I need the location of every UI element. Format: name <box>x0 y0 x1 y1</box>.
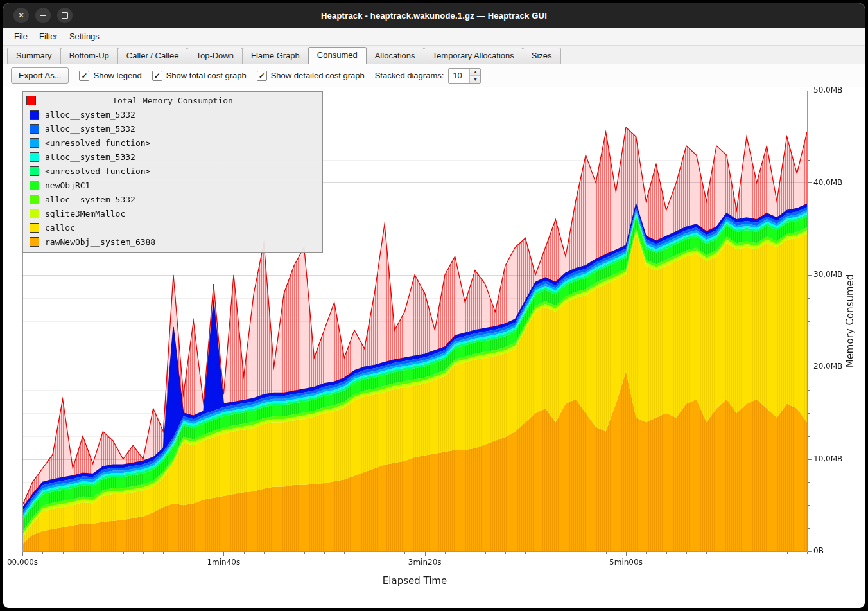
legend-title-swatch <box>26 96 36 105</box>
maximize-button[interactable] <box>57 8 73 23</box>
spin-buttons: ▲ ▼ <box>469 69 480 83</box>
checkbox-check-icon[interactable]: ✓ <box>152 71 162 81</box>
tab-flame-graph[interactable]: Flame Graph <box>242 48 309 64</box>
legend-item-label: sqlite3MemMalloc <box>45 209 125 218</box>
legend-item-label: alloc__system_5332 <box>45 152 135 162</box>
stacked-diagrams-group: Stacked diagrams: 10 ▲ ▼ <box>375 68 482 84</box>
tab-allocations[interactable]: Allocations <box>366 48 424 64</box>
legend-color-swatch <box>30 209 39 218</box>
stacked-diagrams-increment[interactable]: ▲ <box>470 69 480 76</box>
checkbox-show-detailed-cost-graph[interactable]: ✓Show detailed cost graph <box>257 71 365 81</box>
legend-item: alloc__system_5332 <box>23 150 322 164</box>
legend-color-swatch <box>30 110 39 120</box>
stacked-diagrams-value[interactable]: 10 <box>449 69 469 83</box>
tab-sizes[interactable]: Sizes <box>523 48 561 64</box>
legend-color-swatch <box>30 124 39 134</box>
menu-settings[interactable]: Settings <box>64 29 105 44</box>
legend-color-swatch <box>30 181 39 190</box>
checkbox-label: Show total cost graph <box>166 71 247 80</box>
legend-item: calloc <box>23 220 322 235</box>
heaptrack-window: ✕ Heaptrack - heaptrack.wakunode.1.gz — … <box>3 3 865 608</box>
stacked-diagrams-spinbox[interactable]: 10 ▲ ▼ <box>448 68 481 84</box>
legend-title: Total Memory Consumption <box>23 96 322 105</box>
legend-item-label: newObjRC1 <box>45 181 90 190</box>
export-as-button[interactable]: Export As... <box>11 67 69 84</box>
legend-item-label: alloc__system_5332 <box>45 195 135 204</box>
legend-item: alloc__system_5332 <box>23 121 322 136</box>
checkbox-label: Show legend <box>93 71 141 80</box>
stacked-diagrams-decrement[interactable]: ▼ <box>470 75 480 83</box>
menu-file[interactable]: File <box>8 29 33 44</box>
tab-temporary-allocations[interactable]: Temporary Allocations <box>424 48 523 64</box>
checkbox-show-total-cost-graph[interactable]: ✓Show total cost graph <box>152 71 247 81</box>
tab-consumed[interactable]: Consumed <box>308 47 367 64</box>
tab-top-down[interactable]: Top-Down <box>187 48 243 64</box>
checkbox-label: Show detailed cost graph <box>271 71 365 80</box>
chart-area: Total Memory Consumption alloc__system_5… <box>3 87 865 608</box>
legend-title-row: Total Memory Consumption <box>23 93 322 107</box>
legend-item-label: calloc <box>45 223 75 233</box>
legend-item: alloc__system_5332 <box>23 107 322 121</box>
legend-item: <unresolved function> <box>23 136 322 150</box>
legend-item: alloc__system_5332 <box>23 192 322 206</box>
legend-item-label: alloc__system_5332 <box>45 110 135 120</box>
legend-item-label: <unresolved function> <box>45 166 150 176</box>
legend-color-swatch <box>30 195 39 204</box>
legend-item: newObjRC1 <box>23 178 322 192</box>
legend-item-label: alloc__system_5332 <box>45 124 135 134</box>
legend-item: <unresolved function> <box>23 164 322 178</box>
legend-item-label: <unresolved function> <box>45 138 150 148</box>
window-title: Heaptrack - heaptrack.wakunode.1.gz — He… <box>321 11 547 21</box>
maximize-icon <box>62 12 68 19</box>
legend-color-swatch <box>30 152 39 162</box>
toolbar: Export As... ✓Show legend✓Show total cos… <box>3 64 865 87</box>
window-controls: ✕ <box>13 3 73 28</box>
legend-item: sqlite3MemMalloc <box>23 206 322 220</box>
titlebar[interactable]: ✕ Heaptrack - heaptrack.wakunode.1.gz — … <box>3 3 865 28</box>
tabbar: SummaryBottom-UpCaller / CalleeTop-DownF… <box>3 46 865 64</box>
stacked-diagrams-label: Stacked diagrams: <box>375 71 444 80</box>
checkbox-check-icon[interactable]: ✓ <box>79 71 89 81</box>
legend-color-swatch <box>30 166 39 176</box>
minimize-button[interactable] <box>35 8 51 23</box>
tab-bottom-up[interactable]: Bottom-Up <box>60 48 118 64</box>
close-button[interactable]: ✕ <box>13 8 29 23</box>
legend-color-swatch <box>30 223 39 233</box>
tab-caller-callee[interactable]: Caller / Callee <box>117 48 188 64</box>
menu-filter[interactable]: Filter <box>33 29 64 44</box>
menubar: FileFilterSettings <box>3 28 865 46</box>
legend-color-swatch <box>30 237 39 247</box>
checkbox-show-legend[interactable]: ✓Show legend <box>79 71 141 81</box>
tab-summary[interactable]: Summary <box>7 48 61 64</box>
legend-item: rawNewObj__system_6388 <box>23 235 322 249</box>
toolbar-checkboxes: ✓Show legend✓Show total cost graph✓Show … <box>79 71 364 81</box>
checkbox-check-icon[interactable]: ✓ <box>257 71 267 81</box>
minimize-icon <box>40 15 46 16</box>
legend-color-swatch <box>30 138 39 148</box>
legend-item-label: rawNewObj__system_6388 <box>45 237 155 247</box>
chart-legend: Total Memory Consumption alloc__system_5… <box>22 91 323 253</box>
